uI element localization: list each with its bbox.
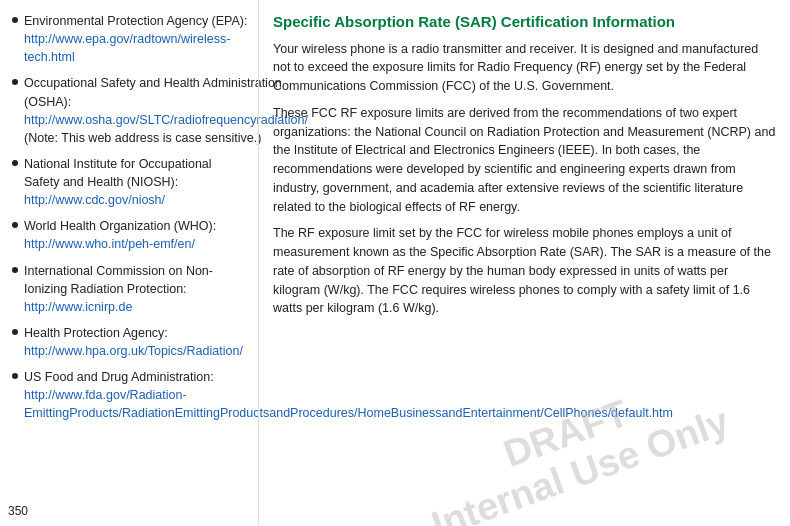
bullet-item: US Food and Drug Administration:http://w… xyxy=(12,368,248,422)
bullet-item: Occupational Safety and Health Administr… xyxy=(12,74,248,147)
bullet-note: (Note: This web address is case sensitiv… xyxy=(24,131,261,145)
bullet-label: World Health Organization (WHO): xyxy=(24,219,216,233)
bullet-item: Environmental Protection Agency (EPA):ht… xyxy=(12,12,248,66)
bullet-content: Health Protection Agency:http://www.hpa.… xyxy=(24,324,248,360)
bullet-dot xyxy=(12,267,18,273)
bullet-dot xyxy=(12,329,18,335)
bullet-content: World Health Organization (WHO):http://w… xyxy=(24,217,248,253)
bullet-label: Occupational Safety and Health Administr… xyxy=(24,76,282,108)
body-paragraph: The RF exposure limit set by the FCC for… xyxy=(273,224,776,318)
bullet-label: Environmental Protection Agency (EPA): xyxy=(24,14,248,28)
bullets-list: Environmental Protection Agency (EPA):ht… xyxy=(12,12,248,423)
body-paragraph: These FCC RF exposure limits are derived… xyxy=(273,104,776,217)
body-paragraph: Your wireless phone is a radio transmitt… xyxy=(273,40,776,96)
bullet-label: US Food and Drug Administration: xyxy=(24,370,214,384)
paragraphs-container: Your wireless phone is a radio transmitt… xyxy=(273,40,776,319)
bullet-dot xyxy=(12,17,18,23)
bullet-item: National Institute for Occupational Safe… xyxy=(12,155,248,209)
page-number: 350 xyxy=(8,504,28,518)
bullet-dot xyxy=(12,222,18,228)
bullet-link[interactable]: http://www.icnirp.de xyxy=(24,300,132,314)
section-title: Specific Absorption Rate (SAR) Certifica… xyxy=(273,12,776,32)
bullet-content: Environmental Protection Agency (EPA):ht… xyxy=(24,12,248,66)
bullet-dot xyxy=(12,373,18,379)
bullet-link[interactable]: http://www.epa.gov/radtown/wireless-tech… xyxy=(24,32,230,64)
bullet-link[interactable]: http://www.who.int/peh-emf/en/ xyxy=(24,237,195,251)
bullet-content: National Institute for Occupational Safe… xyxy=(24,155,248,209)
page-container: Environmental Protection Agency (EPA):ht… xyxy=(0,0,790,526)
bullet-item: World Health Organization (WHO):http://w… xyxy=(12,217,248,253)
bullet-label: Health Protection Agency: xyxy=(24,326,168,340)
bullet-item: International Commission on Non-Ionizing… xyxy=(12,262,248,316)
bullet-item: Health Protection Agency:http://www.hpa.… xyxy=(12,324,248,360)
bullet-dot xyxy=(12,79,18,85)
right-column: Specific Absorption Rate (SAR) Certifica… xyxy=(258,0,790,526)
bullet-dot xyxy=(12,160,18,166)
bullet-label: International Commission on Non-Ionizing… xyxy=(24,264,213,296)
bullet-link[interactable]: http://www.cdc.gov/niosh/ xyxy=(24,193,165,207)
bullet-link[interactable]: http://www.hpa.org.uk/Topics/Radiation/ xyxy=(24,344,243,358)
bullet-label: National Institute for Occupational Safe… xyxy=(24,157,212,189)
bullet-content: International Commission on Non-Ionizing… xyxy=(24,262,248,316)
left-column: Environmental Protection Agency (EPA):ht… xyxy=(0,0,258,526)
